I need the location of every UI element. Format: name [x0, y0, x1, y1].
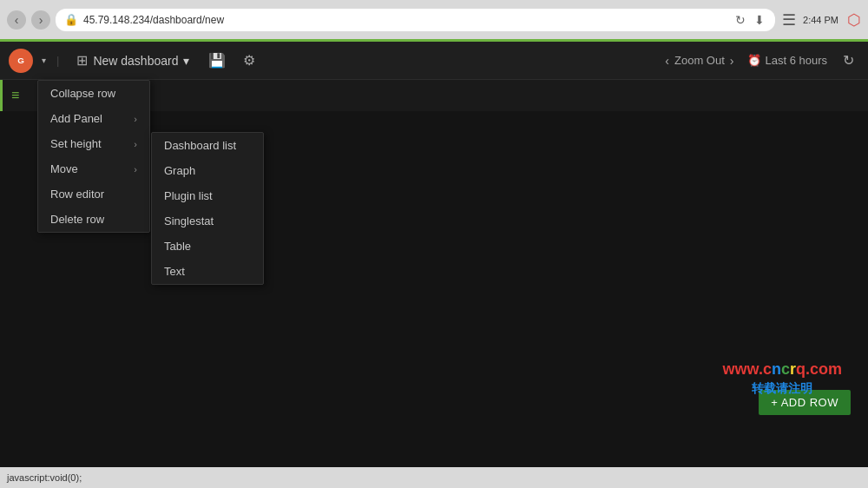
plugin-list-item[interactable]: Plugin list	[152, 183, 263, 208]
time-range-label: Last 6 hours	[765, 54, 827, 67]
reload-button[interactable]: ↻	[733, 11, 747, 29]
logo-dropdown-arrow[interactable]: ▾	[42, 56, 46, 65]
watermark-line1: www.cncrq.com	[723, 359, 842, 380]
zoom-out-label: Zoom Out	[674, 54, 725, 67]
row-editor-item[interactable]: Row editor	[38, 181, 149, 207]
browser-chrome: ‹ › 🔒 45.79.148.234/dashboard/new ↻ ⬇ ☰ …	[0, 0, 868, 39]
watermark-line2: 转载请注明	[723, 380, 842, 398]
move-item[interactable]: Move ›	[38, 156, 149, 181]
forward-button[interactable]: ›	[31, 10, 50, 30]
add-panel-item[interactable]: Add Panel › Dashboard list Graph Plugin …	[38, 106, 149, 131]
plugin-list-label: Plugin list	[164, 189, 213, 202]
status-text: javascript:void(0);	[7, 472, 82, 483]
collapse-row-item[interactable]: Collapse row	[38, 81, 149, 106]
delete-row-item[interactable]: Delete row	[38, 207, 149, 232]
context-menu: Collapse row Add Panel › Dashboard list …	[37, 80, 150, 233]
clock-icon: ⏰	[747, 54, 761, 67]
text-item[interactable]: Text	[152, 259, 263, 284]
dashboard-title: New dashboard	[93, 54, 178, 68]
graph-label: Graph	[164, 164, 195, 177]
lock-icon: 🔒	[64, 13, 78, 26]
collapse-row-label: Collapse row	[50, 87, 115, 100]
title-caret: ▾	[183, 54, 189, 68]
set-height-arrow: ›	[134, 139, 137, 149]
header-right: ‹ Zoom Out › ⏰ Last 6 hours ↻	[661, 49, 859, 72]
move-label: Move	[50, 162, 78, 175]
grafana-logo[interactable]: G	[9, 49, 33, 73]
add-panel-arrow: ›	[134, 114, 137, 124]
table-label: Table	[164, 240, 191, 253]
header-separator: |	[56, 54, 59, 67]
download-button[interactable]: ⬇	[753, 11, 766, 29]
zoom-prev-button[interactable]: ‹	[661, 52, 673, 69]
delete-row-label: Delete row	[50, 213, 104, 226]
singlestat-item[interactable]: Singlestat	[152, 208, 263, 234]
svg-text:G: G	[17, 55, 24, 64]
row-menu-icon[interactable]: ≡	[3, 88, 28, 103]
watermark: www.cncrq.com 转载请注明	[723, 359, 842, 398]
table-item[interactable]: Table	[152, 234, 263, 259]
row-editor-label: Row editor	[50, 188, 104, 201]
zoom-controls: ‹ Zoom Out ›	[661, 52, 737, 69]
browser-time: 2:44 PM	[803, 15, 838, 25]
pocket-icon: ⬡	[847, 10, 861, 30]
add-panel-label: Add Panel	[50, 112, 102, 125]
dashboard-list-item[interactable]: Dashboard list	[152, 133, 263, 158]
add-panel-submenu: Dashboard list Graph Plugin list Singles…	[151, 132, 264, 285]
refresh-button[interactable]: ↻	[838, 49, 859, 72]
dashboard-list-label: Dashboard list	[164, 139, 236, 152]
time-range-button[interactable]: ⏰ Last 6 hours	[740, 50, 834, 70]
watermark-www: www.	[723, 359, 763, 380]
grid-icon: ⊞	[76, 52, 88, 69]
grafana-header: G ▾ | ⊞ New dashboard ▾ 💾 ⚙ ‹ Zoom Out ›…	[0, 42, 868, 80]
move-arrow: ›	[134, 164, 137, 175]
singlestat-label: Singlestat	[164, 214, 214, 228]
set-height-item[interactable]: Set height ›	[38, 131, 149, 156]
address-bar[interactable]: 🔒 45.79.148.234/dashboard/new ↻ ⬇	[56, 9, 775, 31]
main-content: ≡ Collapse row Add Panel › Dashboard lis…	[0, 80, 868, 467]
url-text: 45.79.148.234/dashboard/new	[83, 14, 728, 26]
text-label: Text	[164, 265, 185, 278]
save-button[interactable]: 💾	[203, 49, 231, 72]
status-bar: javascript:void(0);	[0, 467, 868, 488]
zoom-next-button[interactable]: ›	[727, 52, 738, 69]
bookmark-button[interactable]: ☰	[780, 9, 798, 31]
dashboard-title-button[interactable]: ⊞ New dashboard ▾	[69, 49, 196, 72]
set-height-label: Set height	[50, 137, 102, 150]
graph-item[interactable]: Graph	[152, 158, 263, 183]
dashboard-row: ≡ Collapse row Add Panel › Dashboard lis…	[0, 80, 868, 111]
back-button[interactable]: ‹	[7, 10, 26, 30]
settings-button[interactable]: ⚙	[238, 49, 260, 72]
